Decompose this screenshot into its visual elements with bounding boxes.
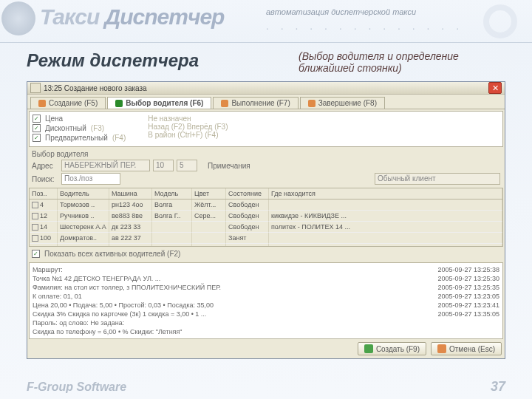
chk-showall[interactable] (32, 250, 40, 258)
d-t5: 2005-09-27 13:23:41 (411, 301, 499, 310)
row-chk[interactable] (32, 224, 38, 231)
cancel-label: Отмена (Esc) (449, 345, 495, 353)
tab-bar: Создание (F5) Выбор водителя (F6) Выполн… (27, 95, 505, 109)
create-button[interactable]: Создать (F9) (358, 342, 426, 355)
decorative-ring (483, 4, 517, 38)
d-l6: Скидка 3% Скидка по карточке (3к) 1 скид… (33, 310, 411, 318)
address-label: Адрес (32, 162, 58, 170)
tab-exec[interactable]: Выполнение (F7) (213, 97, 298, 109)
num2-field: 5 (177, 160, 197, 171)
col-car: Машина (109, 188, 152, 199)
num1-field: 10 (153, 160, 174, 171)
titlebar: 13:25 Создание нового заказа ✕ (27, 82, 505, 95)
table-row[interactable]: 4Тормозов ..рн123 4ооВолгаЖёлт...Свободе… (30, 200, 502, 211)
d-t4: 2005-09-27 13:23:05 (411, 292, 499, 301)
group-label: Выбор водителя (32, 150, 500, 158)
d-t2: 2005-09-27 13:25:30 (411, 274, 499, 283)
grid-header: Поз.. Водитель Машина Модель Цвет Состоя… (30, 188, 502, 200)
app-window: 13:25 Создание нового заказа ✕ Создание … (27, 81, 505, 359)
status-unassigned: Не назначен (148, 115, 228, 123)
tab-finish-icon (308, 100, 316, 107)
cancel-icon (437, 344, 446, 353)
brand-word-1: Такси (40, 4, 99, 29)
drivers-grid[interactable]: Поз.. Водитель Машина Модель Цвет Состоя… (29, 188, 503, 247)
tab-driver-icon (115, 100, 123, 107)
tab-driver[interactable]: Выбор водителя (F6) (107, 97, 211, 109)
d-l5: Цена 20,00 • Подача: 5,00 • Простой: 0,0… (33, 301, 411, 310)
tab-exec-label: Выполнение (F7) (231, 99, 290, 107)
d-l4: К оплате: 01, 01 (33, 292, 411, 301)
table-row[interactable]: 14Шестеренк А.Адк 223 33Свободенполитех … (30, 222, 502, 233)
chk-discount-label: Дисконтный (45, 124, 86, 132)
create-label: Создать (F9) (376, 345, 420, 353)
row-chk[interactable] (32, 246, 38, 248)
button-row: Создать (F9) Отмена (Esc) (27, 339, 505, 358)
page-title: Режим диспетчера (27, 50, 199, 71)
status-nav: Назад (F2) Вперёд (F3) (148, 123, 228, 131)
row-chk[interactable] (32, 235, 38, 242)
col-loc: Где находится (269, 188, 502, 199)
col-driver: Водитель (58, 188, 109, 199)
chk-price-label: Цена (45, 115, 63, 123)
chk-showall-label: Показать всех активных водителей (F2) (44, 250, 180, 258)
window-title: 13:25 Создание нового заказа (44, 84, 488, 92)
tab-finish-label: Завершение (F8) (318, 99, 377, 107)
tab-create-icon (38, 100, 46, 107)
chk-discount[interactable] (33, 124, 41, 132)
col-model: Модель (152, 188, 192, 199)
d-l8: Скидка по телефону = 6,00 • % Скидки: "Л… (33, 327, 411, 336)
d-t3: 2005-09-27 13:25:35 (411, 283, 499, 292)
d-t1: 2005-09-27 13:25:38 (411, 265, 499, 274)
driver-select-group: Выбор водителя Адрес НАБЕРЕЖНЫЙ ПЕР. 10 … (27, 149, 505, 186)
tab-driver-label: Выбор водителя (F6) (126, 99, 203, 107)
footer: F-Group Software 37 (27, 379, 505, 395)
row-chk[interactable] (32, 213, 38, 219)
tab-exec-icon (221, 100, 228, 107)
page-subtitle: (Выбор водителя и определение ближайшей … (299, 50, 505, 74)
chk-pre-label: Предварительный (45, 134, 108, 142)
create-icon (364, 344, 373, 353)
window-icon (30, 83, 41, 93)
brand: Такси Диспетчер (40, 4, 224, 30)
table-row[interactable]: 100Домкратов..ав 222 37Занят (30, 233, 502, 244)
table-row[interactable]: 12Ручников ..ве883 8веВолга Г..Сере...Св… (30, 211, 502, 222)
order-details: Маршрут: Точка №1 42 ДЕТСКО ТЕНЕГРАДА УЛ… (29, 262, 503, 339)
chk-pre[interactable] (33, 134, 41, 142)
brand-word-2: Диспетчер (105, 4, 225, 29)
tagline: автоматизация диспетчерской такси (266, 7, 416, 16)
decorative-dots: · · · · · · · · · · · · · · (266, 22, 463, 34)
note-field: Обычный клиент (375, 173, 500, 185)
tab-create-label: Создание (F5) (49, 99, 98, 107)
address-field: НАБЕРЕЖНЫЙ ПЕР. (61, 160, 150, 171)
options-panel: Цена Дисконтный(F3) Предварительный(F4) … (29, 111, 503, 147)
col-state: Состояние (226, 188, 269, 199)
table-row[interactable]: 3Фарискин А ..оо 33 45Занят (30, 244, 502, 247)
slide-header: Такси Диспетчер автоматизация диспетчерс… (0, 0, 532, 43)
cancel-button[interactable]: Отмена (Esc) (431, 342, 502, 355)
company: F-Group Software (27, 381, 126, 394)
avatar (1, 1, 35, 35)
search-label: Поиск: (32, 175, 58, 183)
tab-create[interactable]: Создание (F5) (30, 97, 106, 109)
status-col: Не назначен Назад (F2) Вперёд (F3) В рай… (148, 115, 228, 143)
row-chk[interactable] (32, 202, 38, 208)
d-l2: Точка №1 42 ДЕТСКО ТЕНЕГРАДА УЛ. ... (33, 274, 411, 283)
status-region: В район (Ctrl+F) (F4) (148, 131, 228, 139)
col-pos: Поз.. (30, 188, 58, 199)
note-label: Примечания (208, 162, 250, 170)
d-l7: Пароль: од слово: Не задана: (33, 318, 411, 327)
col-color: Цвет (192, 188, 226, 199)
close-button[interactable]: ✕ (488, 82, 502, 94)
d-t6: 2005-09-27 13:35:05 (411, 310, 499, 318)
d-l3: Фамилия: на стол ист толлер, з ППОЛИТЕХН… (33, 283, 411, 292)
d-l1: Маршрут: (33, 265, 411, 274)
page-number: 37 (491, 379, 505, 395)
chk-price[interactable] (33, 115, 41, 123)
search-input[interactable]: Поз./поз (61, 173, 120, 185)
tab-finish[interactable]: Завершение (F8) (300, 97, 385, 109)
title-row: Режим диспетчера (Выбор водителя и опред… (0, 43, 532, 78)
